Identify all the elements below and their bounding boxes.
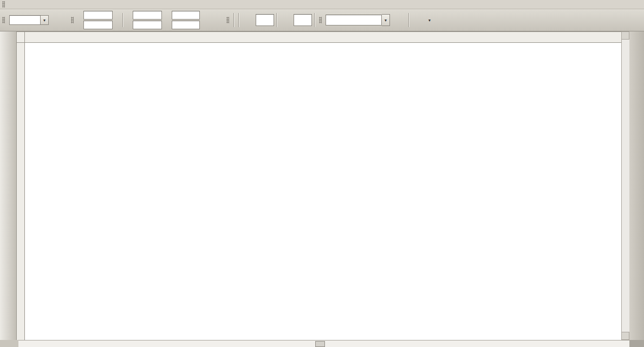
menubar-grip	[2, 1, 5, 8]
menu-bar	[0, 0, 644, 9]
rotate-angle-input[interactable]	[256, 14, 274, 26]
color-palette-button[interactable]	[411, 12, 428, 28]
horizontal-scrollbar[interactable]	[18, 340, 629, 347]
skew-button[interactable]	[279, 12, 294, 28]
width-input[interactable]	[133, 11, 162, 20]
scale-y-input[interactable]	[172, 21, 200, 29]
toolbar-grip-3	[226, 17, 229, 23]
embroidery-design-drawing	[25, 43, 621, 340]
bottom-left-corner	[0, 340, 18, 347]
proportional-lock-button[interactable]	[210, 12, 224, 28]
toolbar-grip-1	[2, 17, 5, 23]
y-input[interactable]	[83, 21, 113, 29]
ruler-origin-box[interactable]	[16, 31, 25, 43]
resize-grip[interactable]	[629, 340, 644, 347]
vertical-ruler	[16, 43, 25, 340]
x-input[interactable]	[83, 11, 113, 20]
height-input[interactable]	[133, 21, 162, 29]
skew-angle-input[interactable]	[294, 14, 312, 26]
hscroll-thumb[interactable]	[315, 341, 325, 347]
colorway-dropdown-arrow[interactable]: ▾	[382, 14, 390, 26]
scroll-down-button[interactable]	[621, 332, 629, 340]
docked-palette-button[interactable]	[630, 34, 643, 50]
colorway-editor-button[interactable]	[392, 12, 406, 28]
toolbar-grip-4	[319, 17, 322, 23]
scroll-right-button[interactable]	[622, 340, 629, 347]
zoom-dropdown-arrow[interactable]: ▾	[41, 15, 49, 25]
design-canvas[interactable]	[25, 43, 621, 340]
scroll-left-button[interactable]	[18, 340, 25, 347]
colorway-select[interactable]	[326, 15, 382, 25]
zoom-input[interactable]	[9, 15, 41, 25]
scale-x-input[interactable]	[172, 11, 200, 20]
toolbar-grip-2	[71, 17, 74, 23]
palette-dropdown-arrow[interactable]: ▾	[428, 15, 435, 25]
main-toolbar: ▾ ▾ ▾	[0, 9, 644, 31]
rotate-ccw-button[interactable]	[241, 12, 256, 28]
scroll-up-button[interactable]	[621, 31, 629, 40]
vertical-scrollbar[interactable]	[621, 31, 629, 340]
horizontal-ruler	[25, 31, 621, 43]
toolbox-sidebar	[0, 31, 16, 347]
right-dock-strip	[629, 31, 644, 340]
object-properties-button[interactable]	[54, 12, 69, 28]
